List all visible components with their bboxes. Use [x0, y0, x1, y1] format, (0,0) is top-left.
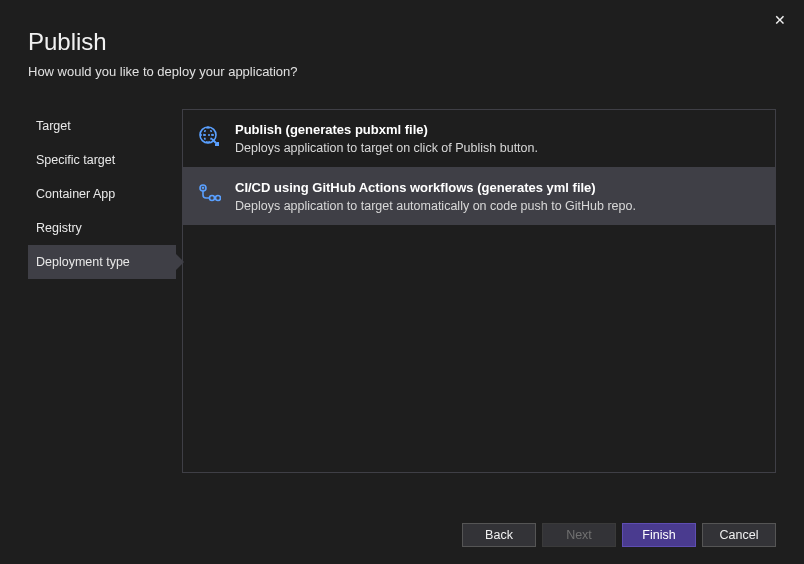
close-button[interactable]: ✕: [766, 8, 794, 32]
back-button[interactable]: Back: [462, 523, 536, 547]
globe-publish-icon: [197, 124, 221, 148]
page-title: Publish: [28, 28, 776, 56]
options-panel: Publish (generates pubxml file) Deploys …: [182, 109, 776, 473]
option-desc: Deploys application to target on click o…: [235, 141, 761, 155]
page-subtitle: How would you like to deploy your applic…: [28, 64, 776, 79]
option-desc: Deploys application to target automatica…: [235, 199, 761, 213]
option-text: Publish (generates pubxml file) Deploys …: [235, 122, 761, 155]
wizard-steps-sidebar: Target Specific target Container App Reg…: [28, 109, 176, 473]
option-cicd-github-actions[interactable]: CI/CD using GitHub Actions workflows (ge…: [183, 168, 775, 225]
dialog-header: Publish How would you like to deploy you…: [0, 0, 804, 91]
option-text: CI/CD using GitHub Actions workflows (ge…: [235, 180, 761, 213]
step-deployment-type[interactable]: Deployment type: [28, 245, 176, 279]
next-button: Next: [542, 523, 616, 547]
step-target[interactable]: Target: [28, 109, 176, 143]
step-container-app[interactable]: Container App: [28, 177, 176, 211]
dialog-content: Target Specific target Container App Reg…: [0, 91, 804, 473]
step-registry[interactable]: Registry: [28, 211, 176, 245]
svg-point-2: [210, 196, 215, 201]
step-specific-target[interactable]: Specific target: [28, 143, 176, 177]
option-title: Publish (generates pubxml file): [235, 122, 761, 137]
option-title: CI/CD using GitHub Actions workflows (ge…: [235, 180, 761, 195]
finish-button[interactable]: Finish: [622, 523, 696, 547]
cicd-workflow-icon: [197, 182, 221, 206]
dialog-footer: Back Next Finish Cancel: [0, 506, 804, 564]
option-publish-pubxml[interactable]: Publish (generates pubxml file) Deploys …: [183, 110, 775, 168]
svg-point-3: [216, 196, 221, 201]
cancel-button[interactable]: Cancel: [702, 523, 776, 547]
